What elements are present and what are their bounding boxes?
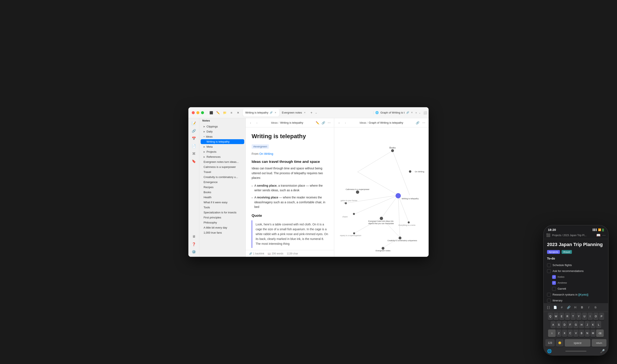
bold-icon[interactable]: B bbox=[579, 304, 585, 310]
key-R[interactable]: R bbox=[565, 312, 570, 320]
checkbox-research-ryokans[interactable] bbox=[547, 293, 551, 297]
key-C[interactable]: C bbox=[568, 329, 573, 337]
graph-back-button[interactable]: ‹ bbox=[337, 120, 341, 125]
heading-icon[interactable]: H bbox=[572, 304, 578, 310]
open-folder-icon[interactable]: 📁 bbox=[223, 111, 227, 115]
maximize-button[interactable] bbox=[201, 111, 204, 114]
graph-more-icon[interactable]: ⋯ bbox=[421, 120, 426, 125]
checkbox-garrett[interactable] bbox=[552, 287, 556, 291]
graph-tab-label[interactable]: Graph of Writing is t bbox=[380, 111, 405, 114]
node-superorganism[interactable] bbox=[353, 232, 355, 234]
tab-close-button[interactable]: ✕ bbox=[274, 111, 277, 114]
sidebar-item-health[interactable]: Health bbox=[201, 195, 244, 200]
key-A[interactable]: A bbox=[551, 321, 556, 329]
node-writing-telepathy[interactable] bbox=[395, 193, 401, 198]
key-Q[interactable]: Q bbox=[548, 312, 553, 320]
node-books[interactable] bbox=[391, 149, 394, 152]
italic-icon[interactable]: I bbox=[586, 304, 592, 310]
bookmark-icon[interactable]: 🔖 bbox=[190, 158, 197, 165]
back-button[interactable]: ‹ bbox=[248, 120, 253, 125]
phone-tag-travel[interactable]: #travel bbox=[562, 250, 572, 254]
microphone-icon[interactable]: 🎤 bbox=[600, 349, 605, 353]
node-remix[interactable] bbox=[408, 221, 410, 223]
key-X[interactable]: X bbox=[562, 329, 567, 337]
close-sidebar-icon[interactable]: ✕ bbox=[236, 111, 240, 115]
key-G[interactable]: G bbox=[573, 321, 578, 329]
tag-icon[interactable]: # bbox=[559, 304, 565, 310]
tab-close-button[interactable]: ✕ bbox=[303, 111, 306, 114]
tab-evergreen-notes[interactable]: Evergreen notes ✕ bbox=[279, 109, 309, 116]
key-Z[interactable]: Z bbox=[556, 329, 561, 337]
kyoto-link[interactable]: [[Kyoto]] bbox=[578, 293, 588, 296]
key-I[interactable]: I bbox=[588, 312, 593, 320]
minimize-button[interactable] bbox=[197, 111, 199, 114]
tabs-chevron[interactable]: ⌄ bbox=[314, 110, 318, 115]
graph-content[interactable]: Books On Writing Calmness is a superpowe… bbox=[334, 128, 429, 257]
checkbox-schedule-flights[interactable] bbox=[547, 263, 551, 267]
key-E[interactable]: E bbox=[559, 312, 564, 320]
terminal-icon[interactable]: ⌘ bbox=[190, 150, 197, 157]
sidebar-item-travel[interactable]: Travel bbox=[201, 169, 244, 174]
globe-icon[interactable]: 🌐 bbox=[547, 349, 552, 353]
key-S[interactable]: S bbox=[556, 321, 561, 329]
help-icon[interactable]: ❓ bbox=[190, 241, 197, 247]
sidebar-toggle-icon[interactable]: ⬛ bbox=[209, 111, 213, 115]
node-creativity[interactable] bbox=[399, 236, 401, 239]
forward-button[interactable]: › bbox=[255, 120, 259, 125]
edit-icon[interactable]: ✏️ bbox=[315, 120, 320, 125]
graph-new-tab[interactable]: + bbox=[415, 111, 417, 114]
key-shift[interactable]: ⇧ bbox=[548, 329, 556, 337]
key-O[interactable]: O bbox=[593, 312, 598, 320]
graph-forward-button[interactable]: › bbox=[343, 120, 348, 125]
link-icon[interactable]: 🔗 bbox=[565, 304, 571, 310]
checkbox-keiko[interactable] bbox=[552, 275, 556, 279]
sidebar-item-little-bit[interactable]: A little bit every day bbox=[201, 225, 244, 230]
sidebar-item-creativity[interactable]: Creativity is combinatory u... bbox=[201, 175, 244, 180]
key-delete[interactable]: ⌫ bbox=[596, 329, 604, 337]
key-Y[interactable]: Y bbox=[576, 312, 581, 320]
strikethrough-icon[interactable]: S bbox=[592, 304, 598, 310]
new-tab-button[interactable]: + bbox=[309, 110, 314, 116]
remote-icon[interactable]: 🖥 bbox=[190, 233, 197, 240]
bracket-icon[interactable]: [ ] bbox=[545, 304, 551, 310]
sidebar-item-clippings[interactable]: ▶ Clippings bbox=[201, 124, 244, 129]
key-L[interactable]: L bbox=[596, 321, 601, 329]
key-M[interactable]: M bbox=[591, 329, 595, 337]
key-F[interactable]: F bbox=[568, 321, 573, 329]
book-open-icon[interactable]: 📖 bbox=[596, 233, 601, 237]
sort-icon[interactable]: ≡ bbox=[229, 111, 234, 115]
node-chasm[interactable] bbox=[353, 213, 355, 215]
pages-icon[interactable]: 📄 bbox=[190, 143, 197, 149]
key-K[interactable]: K bbox=[591, 321, 595, 329]
key-P[interactable]: P bbox=[599, 312, 604, 320]
notes-icon[interactable]: 📝 bbox=[190, 120, 197, 127]
key-W[interactable]: W bbox=[553, 312, 559, 320]
key-emoji[interactable]: 😊 bbox=[556, 339, 564, 347]
key-return[interactable]: return bbox=[592, 339, 606, 347]
phone-tag-projects[interactable]: #projects bbox=[547, 250, 560, 254]
from-link[interactable]: On Writing bbox=[259, 152, 273, 156]
sidebar-item-emergence[interactable]: Emergence bbox=[201, 180, 244, 184]
key-U[interactable]: U bbox=[582, 312, 587, 320]
graph-tab-close[interactable]: ✕ bbox=[411, 111, 413, 114]
sidebar-item-recipes[interactable]: Recipes bbox=[201, 185, 244, 190]
sidebar-item-philosophy[interactable]: Philosophy bbox=[201, 220, 244, 225]
node-evergreen-ideas[interactable] bbox=[380, 217, 383, 220]
sidebar-item-books[interactable]: Books bbox=[201, 190, 244, 195]
more-icon[interactable]: ⋯ bbox=[327, 120, 331, 125]
sidebar-item-calmness[interactable]: Calmness is a superpower bbox=[201, 165, 244, 169]
checkbox-ask-recommendations[interactable] bbox=[547, 269, 551, 273]
key-H[interactable]: H bbox=[579, 321, 584, 329]
key-B[interactable]: B bbox=[579, 329, 584, 337]
sidebar-item-daily[interactable]: ▶ Daily bbox=[201, 129, 244, 134]
sidebar-item-evergreen[interactable]: Evergreen notes turn ideas... bbox=[201, 159, 244, 164]
sidebar-item-projects[interactable]: ▶ Projects bbox=[201, 149, 244, 154]
sidebar-item-1000-fans[interactable]: 1,000 true fans bbox=[201, 230, 244, 235]
key-123[interactable]: 123 bbox=[545, 339, 555, 347]
checkbox-andrew[interactable] bbox=[552, 281, 556, 285]
node-calmness[interactable] bbox=[356, 190, 359, 194]
sidebar-item-references[interactable]: ▶ References bbox=[201, 154, 244, 159]
collapse-panel-icon[interactable]: ⬜ bbox=[423, 111, 427, 114]
note-tag[interactable]: #evergreen bbox=[252, 144, 269, 149]
sidebar-item-tools[interactable]: Tools bbox=[201, 205, 244, 210]
